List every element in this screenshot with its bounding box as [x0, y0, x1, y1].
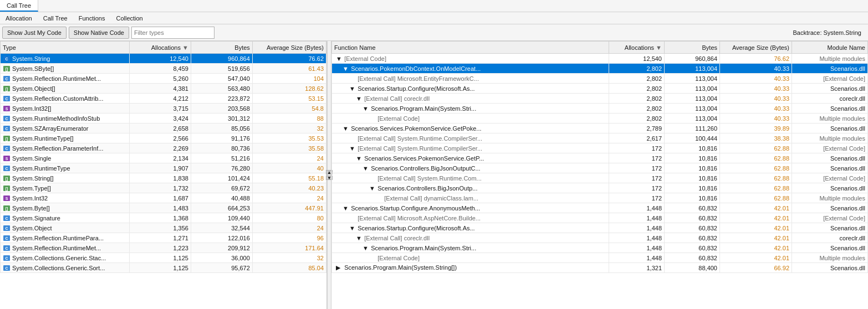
table-row[interactable]: C System.Object 1,356 32,544 24 — [1, 223, 326, 233]
type-name: System.RuntimeMethodInfoStub — [12, 115, 100, 122]
menu-collection[interactable]: Collection — [113, 14, 146, 23]
table-row[interactable]: ▶ Scenarios.Program.Main(System.String[]… — [332, 263, 868, 273]
table-row[interactable]: ▼ [External Call] coreclr.dll 2,802 113,… — [332, 94, 868, 104]
tree-expand-icon[interactable]: ▼ — [356, 155, 362, 162]
menu-call-tree[interactable]: Call Tree — [40, 14, 71, 23]
filter-types-input[interactable] — [131, 27, 215, 39]
alloc-cell: 3,715 — [129, 104, 191, 114]
table-row[interactable]: ▼ Scenarios.PokemonDbContext.OnModelCrea… — [332, 64, 868, 74]
fn-bytes-cell: 113,004 — [665, 74, 720, 84]
avg-cell: 32 — [252, 253, 326, 263]
fn-name-text: Scenarios.Startup.Configure(Microsoft.As… — [358, 225, 475, 231]
table-row[interactable]: [External Call] dynamicClass.lam... 172 … — [332, 193, 868, 203]
fn-alloc-cell: 2,789 — [609, 123, 665, 133]
th-avg-size[interactable]: Average Size (Bytes) — [252, 42, 326, 54]
table-row[interactable]: C System.Reflection.RuntimePara... 1,271… — [1, 233, 326, 243]
table-row[interactable]: [] System.Byte[] 1,483 664,253 447.91 — [1, 203, 326, 213]
table-row[interactable]: ▼ Scenarios.Startup.Configure(Microsoft.… — [332, 223, 868, 233]
table-row[interactable]: S System.Single 2,134 51,216 24 — [1, 153, 326, 163]
table-row[interactable]: C System.Collections.Generic.Stac... 1,1… — [1, 253, 326, 263]
tree-expand-icon[interactable]: ▼ — [362, 165, 369, 172]
tree-expand-icon[interactable]: ▼ — [369, 185, 376, 192]
table-row[interactable]: C System.SZArrayEnumerator 2,658 85,056 … — [1, 123, 326, 133]
function-table-container[interactable]: Function Name Allocations ▼ Bytes Averag… — [331, 41, 868, 309]
tab-call-tree[interactable]: Call Tree — [0, 0, 38, 12]
tree-expand-icon[interactable]: ▼ — [336, 55, 343, 62]
th-fn-module[interactable]: Module Name — [792, 42, 868, 54]
table-row[interactable]: [] System.Object[] 4,381 563,480 128.62 — [1, 84, 326, 94]
tree-expand-icon[interactable]: ▼ — [356, 95, 362, 102]
th-type[interactable]: Type — [1, 42, 130, 54]
table-row[interactable]: ▼ Scenarios.Services.PokemonService.GetP… — [332, 123, 868, 133]
fn-alloc-cell: 2,802 — [609, 64, 665, 74]
th-fn-bytes[interactable]: Bytes — [665, 42, 720, 54]
table-row[interactable]: [External Call] System.Runtime.CompilerS… — [332, 133, 868, 143]
tree-expand-icon[interactable]: ▼ — [362, 245, 369, 251]
tree-expand-icon[interactable]: ▼ — [362, 105, 369, 112]
tree-expand-icon[interactable]: ▼ — [343, 125, 349, 132]
th-fn-alloc[interactable]: Allocations ▼ — [609, 42, 665, 54]
table-row[interactable]: ▼ Scenarios.Program.Main(System.Stri... … — [332, 243, 868, 253]
bytes-cell: 563,480 — [191, 84, 252, 94]
table-row[interactable]: ▼ Scenarios.Startup.Configure.AnonymousM… — [332, 203, 868, 213]
tree-expand-icon[interactable]: ▶ — [336, 264, 343, 271]
table-row[interactable]: ▼ [External Call] System.Runtime.Compile… — [332, 143, 868, 153]
table-row[interactable]: [External Call] Microsoft.EntityFramewor… — [332, 74, 868, 84]
table-row[interactable]: [] System.SByte[] 8,459 519,656 61.43 — [1, 64, 326, 74]
table-row[interactable]: C System.Collections.Generic.Sort... 1,1… — [1, 263, 326, 273]
allocation-table-container[interactable]: Type Allocations ▼ Bytes Average Size (B… — [0, 41, 326, 309]
table-row[interactable]: ▼ Scenarios.Services.PokemonService.GetP… — [332, 153, 868, 163]
fn-module-cell: coreclr.dll — [792, 233, 868, 243]
svg-text:[]: [] — [6, 67, 8, 71]
table-row[interactable]: C System.Signature 1,368 109,440 80 — [1, 213, 326, 223]
table-row[interactable]: ▼ [External Call] coreclr.dll 1,448 60,8… — [332, 233, 868, 243]
show-just-my-code-button[interactable]: Show Just My Code — [2, 27, 67, 39]
alloc-cell: 2,566 — [129, 133, 191, 143]
tree-expand-icon[interactable]: ▼ — [349, 225, 356, 231]
table-row[interactable]: C System.Reflection.RuntimeMet... 5,260 … — [1, 74, 326, 84]
fn-name-text: Scenarios.Startup.Configure.AnonymousMet… — [351, 205, 480, 212]
table-row[interactable]: S System.Int32 1,687 40,488 24 — [1, 193, 326, 203]
table-row[interactable]: [External Call] Microsoft.AspNetCore.Bui… — [332, 213, 868, 223]
table-row[interactable]: ▼ Scenarios.Program.Main(System.Stri... … — [332, 104, 868, 114]
type-name: System.Collections.Generic.Stac... — [12, 255, 106, 261]
show-native-code-button[interactable]: Show Native Code — [69, 27, 129, 39]
fn-module-cell: [External Code] — [792, 173, 868, 183]
table-row[interactable]: C System.RuntimeMethodInfoStub 3,424 301… — [1, 114, 326, 123]
type-name: System.RuntimeType — [12, 165, 70, 172]
tree-expand-icon[interactable]: ▼ — [356, 235, 362, 241]
fn-name-cell: [External Call] dynamicClass.lam... — [332, 193, 609, 203]
menu-functions[interactable]: Functions — [75, 14, 109, 23]
fn-module-cell: Multiple modules — [792, 54, 868, 64]
th-fn-avg[interactable]: Average Size (Bytes) — [720, 42, 792, 54]
table-row[interactable]: C System.String 12,540 960,864 76.62 — [1, 54, 326, 64]
table-row[interactable]: S System.Int32[] 3,715 203,568 54.8 — [1, 104, 326, 114]
panel-divider[interactable]: ▲ ▼ — [327, 41, 331, 309]
table-row[interactable]: [] System.String[] 1,838 101,424 55.18 — [1, 173, 326, 183]
tree-expand-icon[interactable]: ▼ — [343, 65, 349, 72]
tree-expand-icon[interactable]: ▼ — [349, 145, 356, 152]
table-row[interactable]: [External Code] 1,448 60,832 42.01 Multi… — [332, 253, 868, 263]
table-row[interactable]: ▼ Scenarios.Controllers.BigJsonOutp... 1… — [332, 183, 868, 193]
table-row[interactable]: ▼ Scenarios.Controllers.BigJsonOutputC..… — [332, 163, 868, 173]
table-row[interactable]: ▼ Scenarios.Startup.Configure(Microsoft.… — [332, 84, 868, 94]
table-row[interactable]: [] System.RuntimeType[] 2,566 91,176 35.… — [1, 133, 326, 143]
table-row[interactable]: C System.Reflection.ParameterInf... 2,26… — [1, 143, 326, 153]
menu-allocation[interactable]: Allocation — [2, 14, 35, 23]
type-name: System.RuntimeType[] — [12, 135, 74, 142]
table-row[interactable]: C System.RuntimeType 1,907 76,280 40 — [1, 163, 326, 173]
th-bytes[interactable]: Bytes — [191, 42, 252, 54]
th-fn-name[interactable]: Function Name — [332, 42, 609, 54]
th-allocations[interactable]: Allocations ▼ — [129, 42, 191, 54]
tree-expand-icon[interactable]: ▼ — [343, 205, 349, 212]
fn-module-cell: Scenarios.dll — [792, 84, 868, 94]
table-row[interactable]: [] System.Type[] 1,732 69,672 40.23 — [1, 183, 326, 193]
table-row[interactable]: C System.Reflection.RuntimeMet... 1,223 … — [1, 243, 326, 253]
table-row[interactable]: [External Call] System.Runtime.Com... 17… — [332, 173, 868, 183]
fn-name-cell: [External Call] System.Runtime.Com... — [332, 173, 609, 183]
table-row[interactable]: [External Code] 2,802 113,004 40.33 Mult… — [332, 114, 868, 123]
tree-expand-icon[interactable]: ▼ — [349, 85, 356, 92]
bytes-cell: 76,280 — [191, 163, 252, 173]
table-row[interactable]: ▼ [External Code] 12,540 960,864 76.62 M… — [332, 54, 868, 64]
table-row[interactable]: C System.Reflection.CustomAttrib... 4,21… — [1, 94, 326, 104]
